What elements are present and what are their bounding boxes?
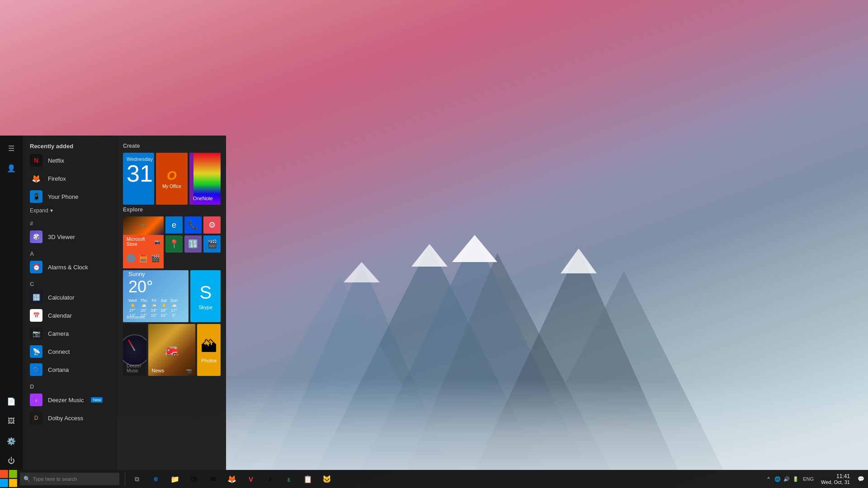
file-explorer-icon[interactable]: 📁 [166, 470, 184, 488]
firefox-taskbar-icon[interactable]: 🦊 [223, 470, 241, 488]
deezer-icon: ♪ [30, 394, 42, 406]
settings-icon[interactable]: ⚙️ [2, 432, 20, 450]
tiles-panel: Create Wednesday 31 O My Office On [118, 136, 226, 470]
notification-icon[interactable]: 💬 [857, 475, 864, 483]
connect-icon: 📡 [30, 345, 42, 358]
netflix-icon: N [30, 154, 42, 167]
app-item-yourphone[interactable]: 📱 Your Phone [23, 188, 118, 206]
3dviewer-icon: 🎲 [30, 230, 42, 243]
tray-icons: ^ 🌐 🔊 🔋 [765, 475, 799, 483]
skype-label: Skype [198, 305, 212, 310]
explore-section-label: Explore [123, 206, 221, 213]
deezer-music-label: Deezer Music [127, 363, 146, 373]
tile-phone[interactable]: 📞 [184, 216, 202, 234]
cortana-label: Cortana [48, 366, 69, 373]
onenote-label: OneNote [193, 196, 213, 201]
taskbar-app-icons: ⧉ e 📁 🛍 ✉ 🦊 V ♪ ε [123, 470, 336, 488]
start-button[interactable] [0, 470, 18, 488]
power-icon[interactable]: ⏻ [2, 452, 20, 470]
user-account-icon[interactable]: 👤 [2, 159, 20, 177]
app-item-calculator[interactable]: 🔢 Calculator [23, 288, 118, 306]
store-right-column: e 📞 ⚙ 📍 🔢 🎬 [165, 216, 221, 268]
tile-microsoft-store[interactable]: 🎮 Microsoft Store 📷 🌐 🧮 🎬 [123, 216, 164, 268]
tile-edge[interactable]: e [165, 216, 183, 234]
deezer-compass-icon [123, 334, 146, 366]
app-item-camera[interactable]: 📷 Camera [23, 324, 118, 343]
connect-label: Connect [48, 348, 70, 355]
app-item-3dviewer[interactable]: 🎲 3D Viewer [23, 228, 118, 246]
camera-label: Camera [48, 330, 69, 337]
tile-photos[interactable]: 🏔 Photos [197, 324, 221, 376]
hamburger-menu-icon[interactable]: ☰ [2, 139, 20, 157]
expand-button[interactable]: Expand ▾ [23, 206, 118, 216]
desktop-background: ☰ 👤 📄 🖼 ⚙️ ⏻ Recently added N Netflix 🦊 … [0, 0, 868, 488]
tray-language[interactable]: ENG [803, 476, 814, 482]
documents-icon[interactable]: 📄 [2, 392, 20, 410]
alpha-c: C [23, 278, 118, 288]
calendar-date-label: 31 [127, 162, 153, 185]
clock-display[interactable]: 11:41 Wed, Oct, 31 [817, 473, 854, 485]
tile-film-sm[interactable]: 🎬 [203, 235, 221, 253]
svg-rect-12 [0, 470, 8, 478]
system-tray: ^ 🌐 🔊 🔋 ENG 11:41 Wed, Oct, 31 💬 [765, 473, 868, 485]
tray-chevron-icon[interactable]: ^ [765, 475, 772, 483]
firefox-icon: 🦊 [30, 172, 42, 185]
task-view-icon[interactable]: ⧉ [128, 470, 146, 488]
app-item-deezer[interactable]: ♪ Deezer Music New [23, 391, 118, 409]
photos-icon: 🏔 [201, 337, 217, 356]
tile-skype[interactable]: S Skype [190, 270, 221, 322]
cortana-icon: 🔵 [30, 363, 42, 376]
tray-network-icon[interactable]: 🌐 [774, 475, 781, 483]
alarmsclock-label: Alarms & Clock [48, 264, 88, 271]
tray-battery-icon[interactable]: 🔋 [792, 475, 799, 483]
office-logo: O My Office [162, 169, 181, 189]
vivaldi-taskbar-icon[interactable]: V [242, 470, 260, 488]
tile-onenote[interactable]: OneNote [189, 153, 221, 205]
deezer-taskbar-icon[interactable]: ♪ [261, 470, 279, 488]
edge-dev-taskbar-icon[interactable]: ε [280, 470, 298, 488]
tile-deezer[interactable]: Deezer Music [123, 324, 146, 376]
calculator-icon: 🔢 [30, 291, 42, 304]
calculator-label: Calculator [48, 294, 75, 301]
app-taskbar-1[interactable]: 📋 [299, 470, 317, 488]
alpha-hash: # [23, 217, 118, 228]
tile-settings-red[interactable]: ⚙ [203, 216, 221, 234]
weather-temp: 20° [128, 277, 153, 296]
weather-day-2: Fri 🌤️ 19° 10° [151, 298, 157, 318]
app-item-alarmsclock[interactable]: ⏰ Alarms & Clock [23, 258, 118, 276]
explore-row-1: 🎮 Microsoft Store 📷 🌐 🧮 🎬 [123, 216, 221, 268]
weather-day-3: Sat ☀️ 18° 10° [160, 298, 167, 318]
weather-condition: Sunny [128, 271, 145, 277]
tile-calendar[interactable]: Wednesday 31 [123, 153, 154, 205]
pictures-icon[interactable]: 🖼 [2, 412, 20, 430]
app-item-dolby[interactable]: D Dolby Access [23, 409, 118, 427]
news-label: News [152, 368, 165, 373]
expand-label: Expand [30, 207, 48, 214]
app-taskbar-2[interactable]: 🐱 [318, 470, 336, 488]
tray-volume-icon[interactable]: 🔊 [783, 475, 790, 483]
store-game-image: 🎮 [123, 216, 164, 235]
expand-chevron-icon: ▾ [50, 207, 53, 214]
alpha-d: D [23, 380, 118, 391]
tile-office[interactable]: O My Office [156, 153, 187, 205]
app-item-netflix[interactable]: N Netflix [23, 151, 118, 169]
app-item-firefox[interactable]: 🦊 Firefox [23, 169, 118, 188]
taskbar-search-bar[interactable]: 🔍 Type here to search [20, 473, 119, 485]
clock-date: Wed, Oct, 31 [821, 479, 850, 485]
tile-weather[interactable]: Sunny 20° Wed ☀️ 27° 12° Thu 🌥️ 20° [123, 270, 189, 322]
app-item-cortana[interactable]: 🔵 Cortana [23, 361, 118, 379]
app-list-panel: Recently added N Netflix 🦊 Firefox 📱 You… [23, 136, 118, 470]
edge-taskbar-icon[interactable]: e [147, 470, 165, 488]
mail-taskbar-icon[interactable]: ✉ [204, 470, 222, 488]
svg-marker-10 [561, 249, 597, 273]
app-item-connect[interactable]: 📡 Connect [23, 343, 118, 361]
tile-maps[interactable]: 📍 [165, 235, 183, 253]
app-item-calendar[interactable]: 📅 Calendar [23, 306, 118, 324]
left-panel: ☰ 👤 📄 🖼 ⚙️ ⏻ [0, 136, 23, 470]
explore-row-2: Sunny 20° Wed ☀️ 27° 12° Thu 🌥️ 20° [123, 270, 221, 322]
alarmsclock-icon: ⏰ [30, 261, 42, 273]
windows-logo-icon [0, 470, 18, 488]
tile-calculator-sm[interactable]: 🔢 [184, 235, 202, 253]
store-taskbar-icon[interactable]: 🛍 [185, 470, 203, 488]
tile-news[interactable]: 🚒 News 📷 [148, 324, 196, 376]
